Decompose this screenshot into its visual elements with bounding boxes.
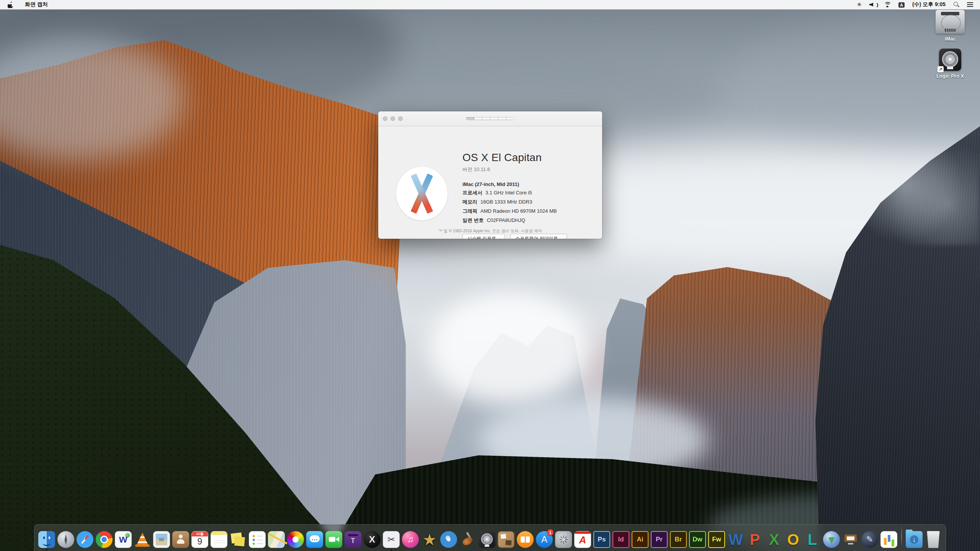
notification-center-icon[interactable] bbox=[964, 0, 976, 9]
dock-lync[interactable]: L bbox=[804, 531, 821, 548]
dock-garageband[interactable] bbox=[459, 531, 476, 548]
dock-system-preferences[interactable]: ✳ bbox=[555, 531, 572, 548]
clock[interactable]: (수) 오후 9:05 bbox=[909, 0, 949, 9]
desktop-icon-imac-hd[interactable]: iMac bbox=[927, 10, 973, 42]
menu-app-name[interactable]: 화면 캡처 bbox=[20, 1, 52, 8]
dock-icon-tile: Ai bbox=[632, 531, 648, 548]
dock-excel[interactable]: X bbox=[766, 531, 782, 548]
dock-mail[interactable]: ✉ bbox=[153, 531, 170, 548]
dock-x-media-app[interactable]: X bbox=[364, 531, 381, 548]
desktop-icon-logic-pro-x[interactable]: ↗ Logic Pro X bbox=[927, 49, 973, 79]
zoom-button[interactable] bbox=[398, 116, 403, 121]
dock-word[interactable]: W bbox=[727, 531, 744, 548]
hdd-vent bbox=[945, 29, 956, 32]
dock-webhard[interactable]: w bbox=[115, 531, 132, 548]
dock-imovie[interactable]: ★ bbox=[421, 531, 438, 548]
dock-downloads-folder[interactable]: ↓ bbox=[906, 531, 923, 548]
dock-safari[interactable] bbox=[77, 531, 93, 548]
status-icon bbox=[967, 2, 973, 7]
dock-messages[interactable]: … bbox=[306, 531, 323, 548]
dock-icon-tile: ✂ bbox=[383, 531, 400, 548]
dock-illustrator[interactable]: Ai bbox=[632, 531, 648, 548]
about-tab[interactable] bbox=[482, 117, 490, 120]
dock-pages[interactable]: ✎ bbox=[861, 531, 878, 548]
dock-icon-tile bbox=[517, 531, 534, 548]
window-titlebar[interactable] bbox=[378, 111, 602, 126]
system-report-button[interactable]: 시스템 리포트... bbox=[462, 234, 505, 239]
dock-dreamweaver[interactable]: Dw bbox=[689, 531, 706, 548]
dock-numbers[interactable] bbox=[880, 531, 897, 548]
dock-photoshop[interactable]: Ps bbox=[593, 531, 610, 548]
about-tab[interactable] bbox=[498, 117, 506, 120]
dock-powerpoint[interactable]: P bbox=[746, 531, 763, 548]
dock-logic-pro-x[interactable] bbox=[479, 531, 495, 548]
dock-bridge[interactable]: Br bbox=[670, 531, 687, 548]
dock-itunes[interactable]: ♫ bbox=[402, 531, 419, 548]
dock-acrobat-reader[interactable]: A bbox=[574, 531, 591, 548]
minimize-button[interactable] bbox=[390, 116, 395, 121]
dock-icon-tile: A bbox=[574, 531, 591, 548]
dock-icon-tile bbox=[230, 531, 247, 548]
dock-outlook[interactable]: O bbox=[785, 531, 802, 548]
dock-corkboard-app[interactable] bbox=[498, 531, 514, 548]
dock-indesign[interactable]: Id bbox=[612, 531, 629, 548]
icon-part bbox=[884, 538, 887, 545]
dock-trash[interactable] bbox=[925, 531, 942, 548]
dock-photos[interactable] bbox=[287, 531, 304, 548]
dock-stickies[interactable] bbox=[230, 531, 247, 548]
spec-label: 그래픽 bbox=[462, 208, 477, 214]
dock-icon-tile: ★ bbox=[421, 531, 438, 548]
wallpaper-mist bbox=[429, 291, 590, 406]
dock-calendar[interactable]: 12월 9 bbox=[191, 531, 208, 548]
dock-icon-tile: Fw bbox=[708, 531, 725, 548]
spec-row: 메모리16GB 1333 MHz DDR3 bbox=[462, 199, 567, 205]
dock-finder[interactable] bbox=[38, 531, 55, 548]
dock: w ✉ bbox=[34, 524, 946, 551]
dock-launchpad[interactable] bbox=[57, 531, 74, 548]
dock-chrome[interactable] bbox=[96, 531, 113, 548]
dock-contacts[interactable] bbox=[172, 531, 189, 548]
dock-premiere-pro[interactable]: Pr bbox=[651, 531, 668, 548]
dock-grab-screen-capture[interactable]: ✂ bbox=[383, 531, 400, 548]
spotlight-icon[interactable] bbox=[950, 0, 962, 9]
software-update-button[interactable]: 소프트웨어 업데이트... bbox=[510, 234, 567, 239]
dock-icon-tile: Pr bbox=[651, 531, 668, 548]
desktop-icon-label: iMac bbox=[945, 36, 956, 42]
os-title: OS XEl Capitan bbox=[462, 152, 567, 164]
dock-keynote[interactable] bbox=[842, 531, 859, 548]
about-tab[interactable] bbox=[506, 117, 514, 120]
apple-menu-icon[interactable] bbox=[8, 2, 13, 8]
volume-icon[interactable] bbox=[866, 0, 879, 9]
dock-reminders[interactable] bbox=[249, 531, 266, 548]
dock-icon-tile bbox=[479, 531, 495, 548]
about-tab[interactable] bbox=[474, 117, 482, 120]
spec-row: 일련 번호C02FPA8UDHJQ bbox=[462, 217, 567, 224]
dock-icon-tile bbox=[498, 531, 514, 548]
input-source-badge[interactable]: A bbox=[895, 0, 908, 9]
desktop-icon-area: iMac ↗ Logic Pro X bbox=[927, 10, 973, 79]
icon-part bbox=[447, 538, 451, 541]
dock-icon-tile bbox=[77, 531, 93, 548]
status-fan-icon[interactable]: ✳ bbox=[854, 0, 865, 9]
dock-fireworks[interactable]: Fw bbox=[708, 531, 725, 548]
close-button[interactable] bbox=[383, 116, 387, 121]
dock-facetime[interactable] bbox=[325, 531, 342, 548]
icon-part bbox=[348, 534, 358, 536]
about-tab[interactable] bbox=[490, 117, 498, 120]
calendar-month: 12월 bbox=[192, 531, 208, 536]
icon-glyph: ✂ bbox=[387, 534, 395, 545]
about-tab[interactable] bbox=[466, 117, 474, 120]
dock-app-store[interactable]: A 1 bbox=[536, 531, 553, 548]
os-x-logo-icon bbox=[396, 167, 448, 220]
icon-part bbox=[481, 533, 493, 545]
dock-vlc[interactable] bbox=[134, 531, 151, 548]
dock-ibooks[interactable] bbox=[517, 531, 534, 548]
about-buttons: 시스템 리포트... 소프트웨어 업데이트... bbox=[462, 234, 567, 239]
dock-maps[interactable] bbox=[268, 531, 285, 548]
dock-downloader[interactable]: ▼ bbox=[823, 531, 840, 548]
icon-part bbox=[257, 536, 263, 536]
dock-toast-titanium[interactable]: T bbox=[345, 531, 361, 548]
wifi-icon[interactable] bbox=[881, 0, 894, 9]
dock-notes[interactable] bbox=[211, 531, 227, 548]
dock-idvd[interactable] bbox=[440, 531, 457, 548]
